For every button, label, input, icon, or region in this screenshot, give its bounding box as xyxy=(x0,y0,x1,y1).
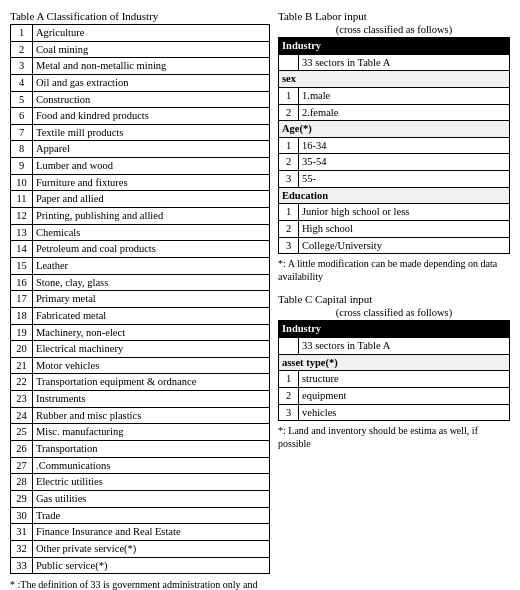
row-num: 11 xyxy=(11,191,33,208)
row-label: 16-34 xyxy=(299,137,510,154)
table-row: 9Lumber and wood xyxy=(11,158,270,175)
education-header: Education xyxy=(279,187,510,204)
table-row: 11.male xyxy=(279,87,510,104)
table-row: 13Chemicals xyxy=(11,224,270,241)
table-row: 4Oil and gas extraction xyxy=(11,74,270,91)
table-row: 3Metal and non-metallic mining xyxy=(11,58,270,75)
table-row: 2equipment xyxy=(279,387,510,404)
row-label: Public service(*) xyxy=(33,557,270,574)
row-label: Primary metal xyxy=(33,291,270,308)
row-num: 3 xyxy=(279,171,299,188)
row-num: 30 xyxy=(11,507,33,524)
table-b-note: *: A little modification can be made dep… xyxy=(278,257,510,283)
table-row: 31Finance Insurance and Real Estate xyxy=(11,524,270,541)
industry-sectors: 33 sectors in Table A xyxy=(299,337,510,354)
table-row: 7Textile mill products xyxy=(11,124,270,141)
row-label: equipment xyxy=(299,387,510,404)
blank xyxy=(279,54,299,71)
row-label: Transportation xyxy=(33,441,270,458)
table-row: 1Junior high school or less xyxy=(279,204,510,221)
row-label: vehicles xyxy=(299,404,510,421)
industry-sectors: 33 sectors in Table A xyxy=(299,54,510,71)
table-row: 22Transportation equipment & ordnance xyxy=(11,374,270,391)
row-label: Junior high school or less xyxy=(299,204,510,221)
page-container: Table A Classification of Industry 1Agri… xyxy=(10,10,510,590)
row-label: Machinery, non-elect xyxy=(33,324,270,341)
row-label: Printing, publishing and allied xyxy=(33,208,270,225)
row-label: Motor vehicles xyxy=(33,357,270,374)
table-row: 19Machinery, non-elect xyxy=(11,324,270,341)
row-num: 23 xyxy=(11,391,33,408)
row-num: 22 xyxy=(11,374,33,391)
row-num: 2 xyxy=(279,387,299,404)
row-label: 55- xyxy=(299,171,510,188)
row-num: 2 xyxy=(11,41,33,58)
table-row: 33Public service(*) xyxy=(11,557,270,574)
table-row: 14Petroleum and coal products xyxy=(11,241,270,258)
table-row: 15Leather xyxy=(11,257,270,274)
row-num: 21 xyxy=(11,357,33,374)
row-num: 2 xyxy=(279,221,299,238)
table-c-note: *: Land and inventory should be estima a… xyxy=(278,424,510,450)
table-row: 6Food and kindred products xyxy=(11,108,270,125)
row-num: 2 xyxy=(279,154,299,171)
row-num: 6 xyxy=(11,108,33,125)
table-row: 18Fabricated metal xyxy=(11,307,270,324)
row-label: Paper and allied xyxy=(33,191,270,208)
row-num: 8 xyxy=(11,141,33,158)
row-num: 28 xyxy=(11,474,33,491)
table-row: 1Agriculture xyxy=(11,25,270,42)
table-row: 28Electric utilities xyxy=(11,474,270,491)
row-num: 1 xyxy=(279,371,299,388)
row-label: College/University xyxy=(299,237,510,254)
row-label: structure xyxy=(299,371,510,388)
table-row: 27.Communications xyxy=(11,457,270,474)
table-row: 12Printing, publishing and allied xyxy=(11,208,270,225)
table-c-cross: (cross classified as follows) xyxy=(278,307,510,318)
industry-header: Industry xyxy=(279,321,510,338)
row-num: 24 xyxy=(11,407,33,424)
table-row: 30Trade xyxy=(11,507,270,524)
row-label: Lumber and wood xyxy=(33,158,270,175)
industry-sectors-row: 33 sectors in Table A xyxy=(279,337,510,354)
row-num: 9 xyxy=(11,158,33,175)
industry-header: Industry xyxy=(279,38,510,55)
row-label: Coal mining xyxy=(33,41,270,58)
row-num: 10 xyxy=(11,174,33,191)
table-a-footnote: * :The definition of 33 is government ad… xyxy=(10,578,270,590)
table-row: 16Stone, clay, glass xyxy=(11,274,270,291)
row-num: 29 xyxy=(11,490,33,507)
table-row: 5Construction xyxy=(11,91,270,108)
table-row: 355- xyxy=(279,171,510,188)
table-row: 32Other private service(*) xyxy=(11,540,270,557)
row-num: 3 xyxy=(11,58,33,75)
row-num: 26 xyxy=(11,441,33,458)
row-num: 7 xyxy=(11,124,33,141)
row-label: Stone, clay, glass xyxy=(33,274,270,291)
row-label: 35-54 xyxy=(299,154,510,171)
row-num: 3 xyxy=(279,237,299,254)
table-row: 2Coal mining xyxy=(11,41,270,58)
row-num: 18 xyxy=(11,307,33,324)
row-label: Electrical machinery xyxy=(33,341,270,358)
row-label: Transportation equipment & ordnance xyxy=(33,374,270,391)
table-row: 24Rubber and misc plastics xyxy=(11,407,270,424)
table-b: Industry33 sectors in Table Asex11.male2… xyxy=(278,37,510,254)
row-num: 20 xyxy=(11,341,33,358)
row-label: Textile mill products xyxy=(33,124,270,141)
row-num: 13 xyxy=(11,224,33,241)
row-num: 5 xyxy=(11,91,33,108)
row-num: 1 xyxy=(279,137,299,154)
row-label: Misc. manufacturing xyxy=(33,424,270,441)
row-num: 4 xyxy=(11,74,33,91)
table-row: 1structure xyxy=(279,371,510,388)
row-label: Agriculture xyxy=(33,25,270,42)
sex-header: sex xyxy=(279,71,510,88)
table-row: 116-34 xyxy=(279,137,510,154)
table-row: 26Transportation xyxy=(11,441,270,458)
table-row: 2High school xyxy=(279,221,510,238)
table-row: 22.female xyxy=(279,104,510,121)
table-row: 23Instruments xyxy=(11,391,270,408)
row-num: 2 xyxy=(279,104,299,121)
row-num: 27 xyxy=(11,457,33,474)
